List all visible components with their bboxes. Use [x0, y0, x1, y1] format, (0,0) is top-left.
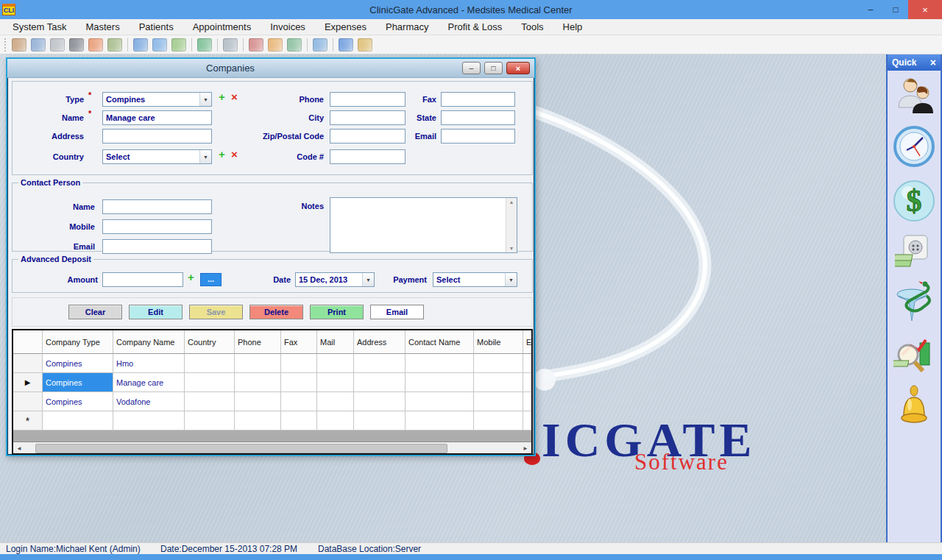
table-row[interactable]: ▶CompinesManage care — [13, 373, 531, 392]
patient-icon[interactable] — [31, 38, 46, 52]
zip-input[interactable] — [330, 129, 406, 143]
quick-close-icon[interactable]: × — [930, 57, 936, 68]
print-button[interactable]: Print — [310, 305, 364, 319]
clear-button[interactable]: Clear — [68, 305, 122, 319]
grid-column-header-country[interactable]: Country — [185, 330, 235, 354]
email-input[interactable] — [441, 129, 515, 143]
report-icon[interactable] — [287, 38, 302, 52]
grid-column-header-mobile[interactable]: Mobile — [474, 330, 523, 354]
new-row-marker-icon[interactable]: * — [13, 411, 43, 430]
dialog-close-button[interactable]: × — [506, 62, 530, 74]
scroll-left-icon[interactable]: ◄ — [13, 442, 25, 455]
row-selector-cell[interactable] — [13, 392, 43, 411]
pharmacy-icon[interactable] — [893, 278, 935, 327]
grid-column-header-company-name[interactable]: Company Name — [113, 330, 185, 354]
row-selector-cell[interactable] — [13, 354, 43, 373]
expense-icon[interactable] — [223, 38, 238, 52]
lab-icon[interactable] — [69, 38, 84, 52]
contact-name-input[interactable] — [102, 199, 212, 214]
amount-input[interactable] — [102, 272, 183, 287]
grid-column-header-company-type[interactable]: Company Type — [43, 330, 113, 354]
reports-icon[interactable] — [893, 336, 935, 375]
delete-button[interactable]: Delete — [249, 305, 303, 319]
type-select[interactable]: Compines ▼ — [102, 92, 212, 107]
bell-icon[interactable] — [895, 384, 933, 430]
menu-pharmacy[interactable]: Pharmacy — [376, 19, 439, 35]
expenses-icon[interactable] — [895, 234, 933, 269]
address-input[interactable] — [102, 129, 212, 143]
billing-icon[interactable] — [171, 38, 186, 52]
grid-horizontal-scrollbar[interactable]: ◄ ► — [13, 442, 531, 455]
name-input[interactable] — [102, 110, 212, 125]
menu-expenses[interactable]: Expenses — [315, 19, 376, 35]
grid-column-header-address[interactable]: Address — [354, 330, 406, 354]
add-type-icon[interactable]: + — [219, 91, 225, 103]
clock-icon[interactable] — [892, 124, 936, 169]
dialog-title-bar[interactable]: Companies – □ × — [7, 59, 534, 78]
prescription-icon[interactable] — [88, 38, 103, 52]
clock-icon[interactable] — [133, 38, 148, 52]
dollar-icon[interactable] — [197, 38, 212, 52]
edit-button[interactable]: Edit — [129, 305, 183, 319]
undo-arrow-icon[interactable] — [268, 38, 283, 52]
date-select[interactable]: 15 Dec, 2013 ▼ — [295, 272, 375, 287]
minimize-button[interactable]: – — [858, 0, 883, 19]
notes-textarea[interactable]: ▲ ▼ — [330, 197, 517, 253]
delete-country-icon[interactable]: × — [231, 148, 238, 160]
bell-icon[interactable] — [358, 38, 372, 52]
patients-icon[interactable] — [893, 75, 935, 116]
help-icon[interactable] — [339, 38, 353, 52]
country-select[interactable]: Select ▼ — [102, 149, 212, 164]
save-button[interactable]: Save — [189, 305, 243, 319]
state-input[interactable] — [441, 110, 515, 125]
notes-scrollbar[interactable]: ▲ ▼ — [506, 198, 517, 252]
menu-patients[interactable]: Patients — [130, 19, 183, 35]
scroll-down-icon[interactable]: ▼ — [509, 246, 514, 251]
dialog-maximize-button[interactable]: □ — [484, 62, 503, 74]
menu-help[interactable]: Help — [553, 19, 592, 35]
browse-button[interactable]: ... — [200, 273, 222, 286]
grid-column-header-email[interactable]: Email — [523, 330, 533, 354]
email-button[interactable]: Email — [370, 305, 424, 319]
table-row[interactable]: CompinesVodafone — [13, 392, 531, 411]
dialog-minimize-button[interactable]: – — [462, 62, 481, 74]
code-label: Code # — [250, 152, 324, 161]
doctor-icon[interactable] — [107, 38, 122, 52]
contact-email-input[interactable] — [102, 239, 212, 254]
phone-input[interactable] — [330, 92, 406, 107]
table-row[interactable]: CompinesHmo — [13, 354, 531, 373]
contact-mobile-input[interactable] — [102, 219, 212, 234]
grid-column-header-fax[interactable]: Fax — [281, 330, 317, 354]
delete-type-icon[interactable]: × — [231, 91, 238, 103]
grid-column-header-phone[interactable]: Phone — [235, 330, 281, 354]
close-button[interactable]: × — [908, 0, 942, 19]
cleanup-icon[interactable] — [313, 38, 327, 52]
patients-icon[interactable] — [12, 38, 26, 52]
scroll-up-icon[interactable]: ▲ — [509, 199, 514, 205]
menu-profit-loss[interactable]: Profit & Loss — [439, 19, 512, 35]
menu-tools[interactable]: Tools — [511, 19, 553, 35]
add-amount-icon[interactable]: + — [188, 271, 194, 283]
menu-appointments[interactable]: Appointments — [183, 19, 261, 35]
scroll-right-icon[interactable]: ► — [520, 442, 531, 455]
selected-row-marker-icon[interactable]: ▶ — [13, 373, 43, 392]
signature-icon[interactable] — [50, 38, 65, 52]
menu-masters[interactable]: Masters — [76, 19, 129, 35]
companies-grid[interactable]: Company TypeCompany NameCountryPhoneFaxM… — [12, 329, 533, 455]
payment-select[interactable]: Select ▼ — [433, 272, 517, 287]
add-country-icon[interactable]: + — [219, 148, 225, 160]
grid-column-header-mail[interactable]: Mail — [317, 330, 354, 354]
grid-column-header-selector[interactable] — [13, 330, 43, 354]
grid-new-row[interactable]: * — [13, 411, 531, 430]
dollar-icon[interactable]: $ — [892, 178, 936, 224]
code-input[interactable] — [330, 149, 406, 164]
city-input[interactable] — [330, 110, 406, 125]
restore-button[interactable]: □ — [883, 0, 908, 19]
scrollbar-thumb[interactable] — [35, 444, 447, 453]
fax-input[interactable] — [441, 92, 515, 107]
menu-system-task[interactable]: System Task — [3, 19, 76, 35]
cash-register-icon[interactable] — [152, 38, 167, 52]
pharmacy-icon[interactable] — [249, 38, 263, 52]
menu-invoices[interactable]: Invoices — [261, 19, 315, 35]
grid-column-header-contact-name[interactable]: Contact Name — [406, 330, 474, 354]
